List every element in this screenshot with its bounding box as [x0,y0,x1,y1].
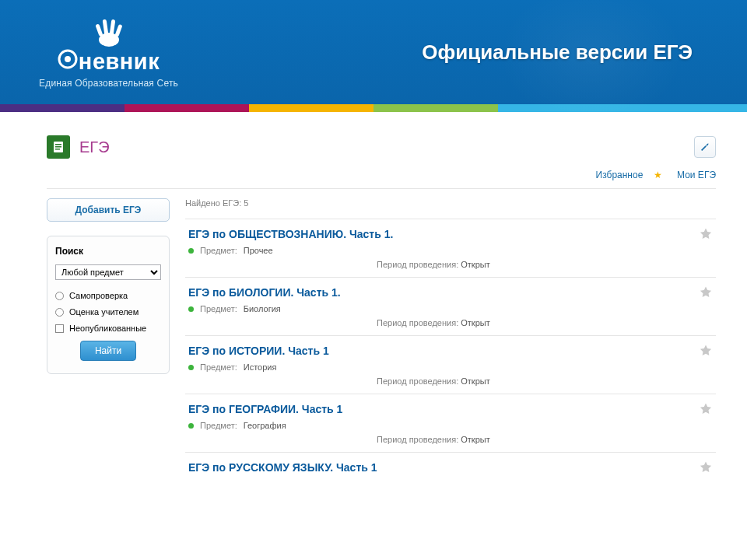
favorite-star-button[interactable] [699,285,713,299]
filter-label: Самопроверка [69,291,128,300]
radio-icon [55,308,64,317]
favorites-link[interactable]: Избранное [596,170,644,180]
stripe-segment [374,104,498,112]
star-icon: ★ [654,170,662,180]
svg-rect-10 [55,149,60,150]
favorite-star-button[interactable] [699,344,713,358]
result-item: ЕГЭ по БИОЛОГИИ. Часть 1. Предмет: Биоло… [185,277,716,335]
header-title: Официальные версии ЕГЭ [422,40,693,65]
status-dot-icon [188,423,194,429]
page-title: ЕГЭ [79,138,110,156]
result-title-link[interactable]: ЕГЭ по ОБЩЕСТВОЗНАНИЮ. Часть 1. [188,228,393,240]
radio-icon [55,292,64,300]
subject-select[interactable]: Любой предмет [55,264,161,280]
brand-subtitle: Единая Образовательная Сеть [39,78,178,89]
subject-value: Прочее [244,246,273,255]
period-label: Период проведения: [377,318,458,327]
result-item: ЕГЭ по ГЕОГРАФИИ. Часть 1 Предмет: Геогр… [185,394,716,452]
subject-label: Предмет: [200,362,237,372]
period-value: Открыт [461,260,489,269]
result-title-link[interactable]: ЕГЭ по ИСТОРИИ. Часть 1 [188,345,329,357]
svg-rect-9 [55,146,61,148]
star-outline-icon [699,460,713,474]
status-dot-icon [188,365,194,370]
filter-teacher[interactable]: Оценка учителем [55,307,161,317]
filter-unpublished[interactable]: Неопубликованные [55,324,161,333]
results-column: Найдено ЕГЭ: 5 ЕГЭ по ОБЩЕСТВОЗНАНИЮ. Ча… [185,198,716,487]
filter-label: Неопубликованные [69,324,146,333]
brand-logo: невник Единая Образовательная Сеть [39,16,178,89]
svg-rect-8 [55,144,61,145]
search-title: Поиск [55,246,161,257]
star-outline-icon [699,402,713,416]
subject-label: Предмет: [200,421,237,430]
add-ege-button[interactable]: Добавить ЕГЭ [47,198,170,222]
status-dot-icon [188,306,194,312]
svg-rect-3 [109,19,115,35]
favorite-star-button[interactable] [699,227,713,241]
result-item: ЕГЭ по РУССКОМУ ЯЗЫКУ. Часть 1 [185,452,716,487]
star-outline-icon [699,227,713,241]
result-title-link[interactable]: ЕГЭ по ГЕОГРАФИИ. Часть 1 [188,403,342,415]
result-item: ЕГЭ по ОБЩЕСТВОЗНАНИЮ. Часть 1. Предмет:… [185,219,716,277]
sidebar: Добавить ЕГЭ Поиск Любой предмет Самопро… [47,198,170,487]
period-value: Открыт [461,435,489,444]
find-button[interactable]: Найти [80,341,136,361]
checkbox-icon [55,324,64,333]
result-title-link[interactable]: ЕГЭ по БИОЛОГИИ. Часть 1. [188,286,341,299]
period-label: Период проведения: [377,435,458,444]
hand-logo-icon [90,16,128,47]
subject-label: Предмет: [200,304,237,313]
wrench-icon [698,140,712,154]
filter-selfcheck[interactable]: Самопроверка [55,291,161,300]
subject-label: Предмет: [200,246,237,255]
period-label: Период проведения: [377,376,458,386]
period-value: Открыт [461,376,489,386]
brand-title: невник [79,49,160,75]
settings-button[interactable] [694,136,716,158]
search-panel: Поиск Любой предмет Самопроверка Оценка … [47,236,170,374]
stripe-segment [124,104,249,112]
svg-rect-2 [102,19,108,35]
svg-rect-1 [95,23,103,37]
favorite-star-button[interactable] [699,402,713,416]
star-outline-icon [699,344,713,358]
results-count: Найдено ЕГЭ: 5 [185,198,716,208]
favorite-star-button[interactable] [699,460,713,474]
period-label: Период проведения: [377,260,458,269]
period-value: Открыт [461,318,489,327]
subject-value: История [244,362,277,372]
svg-rect-4 [114,23,122,37]
app-header: невник Единая Образовательная Сеть Офици… [0,0,747,104]
page-links: Избранное ★ Мои ЕГЭ [47,165,716,189]
svg-point-6 [65,56,71,62]
logo-d-icon [58,49,78,69]
stripe-segment [249,104,374,112]
stripe-segment [0,104,124,112]
star-outline-icon [699,285,713,299]
document-icon [47,135,70,159]
result-title-link[interactable]: ЕГЭ по РУССКОМУ ЯЗЫКУ. Часть 1 [188,461,377,474]
subject-value: Биология [244,304,281,313]
filter-label: Оценка учителем [69,307,139,317]
result-item: ЕГЭ по ИСТОРИИ. Часть 1 Предмет: История… [185,335,716,394]
status-dot-icon [188,248,194,254]
my-ege-link[interactable]: Мои ЕГЭ [677,170,716,180]
subject-value: География [244,421,286,430]
